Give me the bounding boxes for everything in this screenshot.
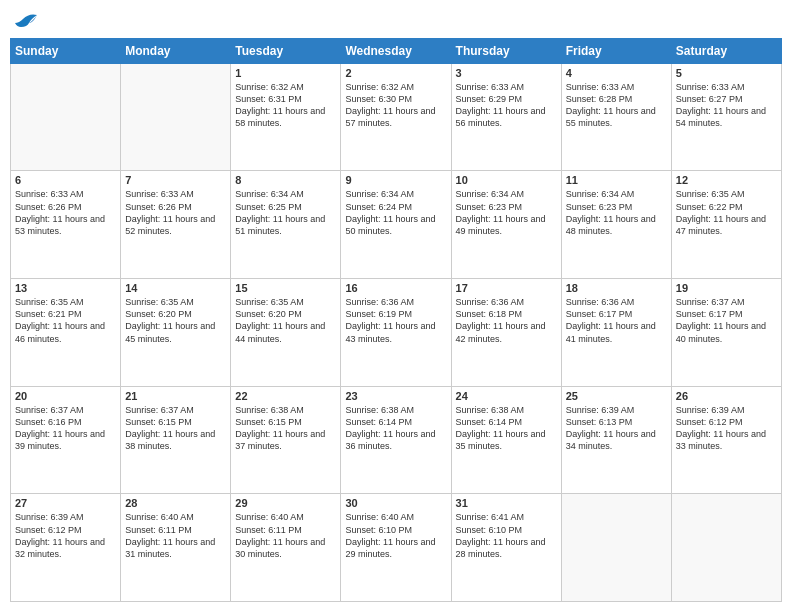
day-number: 29 [235,497,336,509]
day-number: 2 [345,67,446,79]
calendar-cell: 14Sunrise: 6:35 AM Sunset: 6:20 PM Dayli… [121,279,231,387]
cell-text: Sunrise: 6:37 AM Sunset: 6:17 PM Dayligh… [676,296,777,345]
cell-text: Sunrise: 6:38 AM Sunset: 6:15 PM Dayligh… [235,404,336,453]
day-number: 15 [235,282,336,294]
cell-text: Sunrise: 6:33 AM Sunset: 6:26 PM Dayligh… [15,188,116,237]
calendar-cell: 20Sunrise: 6:37 AM Sunset: 6:16 PM Dayli… [11,386,121,494]
calendar-cell: 16Sunrise: 6:36 AM Sunset: 6:19 PM Dayli… [341,279,451,387]
calendar-cell: 31Sunrise: 6:41 AM Sunset: 6:10 PM Dayli… [451,494,561,602]
calendar-cell: 11Sunrise: 6:34 AM Sunset: 6:23 PM Dayli… [561,171,671,279]
calendar-cell: 3Sunrise: 6:33 AM Sunset: 6:29 PM Daylig… [451,63,561,171]
calendar-cell: 18Sunrise: 6:36 AM Sunset: 6:17 PM Dayli… [561,279,671,387]
logo-bird-icon [15,11,37,29]
weekday-header: Tuesday [231,38,341,63]
cell-text: Sunrise: 6:39 AM Sunset: 6:13 PM Dayligh… [566,404,667,453]
cell-text: Sunrise: 6:41 AM Sunset: 6:10 PM Dayligh… [456,511,557,560]
logo-text [14,10,37,30]
day-number: 16 [345,282,446,294]
day-number: 23 [345,390,446,402]
cell-text: Sunrise: 6:34 AM Sunset: 6:23 PM Dayligh… [566,188,667,237]
calendar-cell: 29Sunrise: 6:40 AM Sunset: 6:11 PM Dayli… [231,494,341,602]
day-number: 12 [676,174,777,186]
calendar-cell: 15Sunrise: 6:35 AM Sunset: 6:20 PM Dayli… [231,279,341,387]
day-number: 21 [125,390,226,402]
calendar-cell: 9Sunrise: 6:34 AM Sunset: 6:24 PM Daylig… [341,171,451,279]
cell-text: Sunrise: 6:36 AM Sunset: 6:18 PM Dayligh… [456,296,557,345]
day-number: 27 [15,497,116,509]
weekday-header: Thursday [451,38,561,63]
day-number: 10 [456,174,557,186]
calendar-cell: 26Sunrise: 6:39 AM Sunset: 6:12 PM Dayli… [671,386,781,494]
calendar-table: SundayMondayTuesdayWednesdayThursdayFrid… [10,38,782,602]
cell-text: Sunrise: 6:34 AM Sunset: 6:24 PM Dayligh… [345,188,446,237]
calendar-cell [121,63,231,171]
day-number: 19 [676,282,777,294]
calendar-cell: 19Sunrise: 6:37 AM Sunset: 6:17 PM Dayli… [671,279,781,387]
day-number: 8 [235,174,336,186]
calendar-cell: 23Sunrise: 6:38 AM Sunset: 6:14 PM Dayli… [341,386,451,494]
calendar-cell: 21Sunrise: 6:37 AM Sunset: 6:15 PM Dayli… [121,386,231,494]
cell-text: Sunrise: 6:39 AM Sunset: 6:12 PM Dayligh… [676,404,777,453]
cell-text: Sunrise: 6:37 AM Sunset: 6:15 PM Dayligh… [125,404,226,453]
day-number: 5 [676,67,777,79]
cell-text: Sunrise: 6:33 AM Sunset: 6:29 PM Dayligh… [456,81,557,130]
day-number: 22 [235,390,336,402]
calendar-cell: 25Sunrise: 6:39 AM Sunset: 6:13 PM Dayli… [561,386,671,494]
calendar-cell: 7Sunrise: 6:33 AM Sunset: 6:26 PM Daylig… [121,171,231,279]
weekday-header: Saturday [671,38,781,63]
weekday-header: Wednesday [341,38,451,63]
cell-text: Sunrise: 6:38 AM Sunset: 6:14 PM Dayligh… [345,404,446,453]
calendar-cell [11,63,121,171]
calendar-cell: 30Sunrise: 6:40 AM Sunset: 6:10 PM Dayli… [341,494,451,602]
cell-text: Sunrise: 6:36 AM Sunset: 6:19 PM Dayligh… [345,296,446,345]
day-number: 26 [676,390,777,402]
header [10,10,782,30]
cell-text: Sunrise: 6:35 AM Sunset: 6:21 PM Dayligh… [15,296,116,345]
calendar-cell: 17Sunrise: 6:36 AM Sunset: 6:18 PM Dayli… [451,279,561,387]
calendar-cell: 5Sunrise: 6:33 AM Sunset: 6:27 PM Daylig… [671,63,781,171]
cell-text: Sunrise: 6:39 AM Sunset: 6:12 PM Dayligh… [15,511,116,560]
cell-text: Sunrise: 6:40 AM Sunset: 6:10 PM Dayligh… [345,511,446,560]
cell-text: Sunrise: 6:37 AM Sunset: 6:16 PM Dayligh… [15,404,116,453]
day-number: 1 [235,67,336,79]
calendar-cell: 6Sunrise: 6:33 AM Sunset: 6:26 PM Daylig… [11,171,121,279]
calendar-cell: 28Sunrise: 6:40 AM Sunset: 6:11 PM Dayli… [121,494,231,602]
calendar-cell: 1Sunrise: 6:32 AM Sunset: 6:31 PM Daylig… [231,63,341,171]
day-number: 4 [566,67,667,79]
calendar-cell: 24Sunrise: 6:38 AM Sunset: 6:14 PM Dayli… [451,386,561,494]
calendar-cell [671,494,781,602]
day-number: 18 [566,282,667,294]
day-number: 20 [15,390,116,402]
cell-text: Sunrise: 6:33 AM Sunset: 6:28 PM Dayligh… [566,81,667,130]
weekday-header: Monday [121,38,231,63]
cell-text: Sunrise: 6:38 AM Sunset: 6:14 PM Dayligh… [456,404,557,453]
cell-text: Sunrise: 6:35 AM Sunset: 6:20 PM Dayligh… [125,296,226,345]
cell-text: Sunrise: 6:36 AM Sunset: 6:17 PM Dayligh… [566,296,667,345]
cell-text: Sunrise: 6:40 AM Sunset: 6:11 PM Dayligh… [235,511,336,560]
cell-text: Sunrise: 6:35 AM Sunset: 6:22 PM Dayligh… [676,188,777,237]
cell-text: Sunrise: 6:34 AM Sunset: 6:25 PM Dayligh… [235,188,336,237]
day-number: 28 [125,497,226,509]
cell-text: Sunrise: 6:32 AM Sunset: 6:30 PM Dayligh… [345,81,446,130]
calendar-cell: 27Sunrise: 6:39 AM Sunset: 6:12 PM Dayli… [11,494,121,602]
cell-text: Sunrise: 6:35 AM Sunset: 6:20 PM Dayligh… [235,296,336,345]
calendar-cell: 12Sunrise: 6:35 AM Sunset: 6:22 PM Dayli… [671,171,781,279]
calendar-cell: 4Sunrise: 6:33 AM Sunset: 6:28 PM Daylig… [561,63,671,171]
cell-text: Sunrise: 6:34 AM Sunset: 6:23 PM Dayligh… [456,188,557,237]
cell-text: Sunrise: 6:32 AM Sunset: 6:31 PM Dayligh… [235,81,336,130]
calendar-cell [561,494,671,602]
day-number: 14 [125,282,226,294]
cell-text: Sunrise: 6:33 AM Sunset: 6:26 PM Dayligh… [125,188,226,237]
logo [14,10,35,30]
day-number: 6 [15,174,116,186]
day-number: 24 [456,390,557,402]
weekday-header: Friday [561,38,671,63]
calendar-cell: 2Sunrise: 6:32 AM Sunset: 6:30 PM Daylig… [341,63,451,171]
day-number: 11 [566,174,667,186]
cell-text: Sunrise: 6:40 AM Sunset: 6:11 PM Dayligh… [125,511,226,560]
cell-text: Sunrise: 6:33 AM Sunset: 6:27 PM Dayligh… [676,81,777,130]
calendar-cell: 22Sunrise: 6:38 AM Sunset: 6:15 PM Dayli… [231,386,341,494]
day-number: 25 [566,390,667,402]
day-number: 3 [456,67,557,79]
calendar-cell: 13Sunrise: 6:35 AM Sunset: 6:21 PM Dayli… [11,279,121,387]
